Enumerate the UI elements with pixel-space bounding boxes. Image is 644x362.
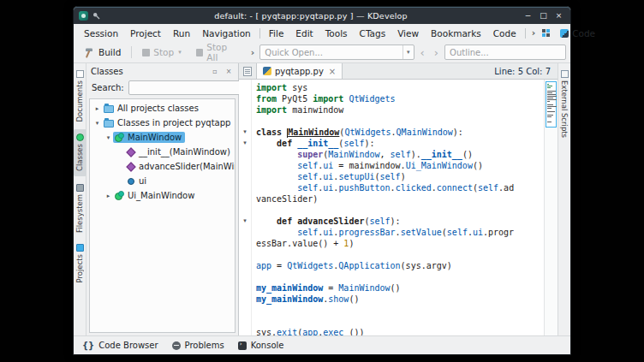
minimap-line [547, 84, 549, 85]
tab-close-icon[interactable]: × [327, 67, 336, 76]
menu-view[interactable]: View [391, 27, 425, 40]
code-line: self.ui.pushButton.clicked.connect(self.… [256, 182, 558, 193]
tree-item-all-projects-classes[interactable]: ▸All projects classes [90, 101, 235, 116]
menu-ctags[interactable]: CTags [354, 27, 392, 40]
editor: pyqtapp.py × Line: 5 Col: 7 ▾▾▾ import s… [239, 63, 558, 335]
editor-tab-pyqtapp[interactable]: pyqtapp.py × [256, 63, 343, 79]
folder-icon [104, 120, 114, 128]
tree-item-ui[interactable]: ui [90, 174, 235, 188]
outline-placeholder: Outline... [445, 48, 565, 57]
code-line: import sys [256, 82, 558, 93]
fold-marker-icon[interactable]: ▾ [239, 127, 251, 138]
code-line: import mainwindow [256, 104, 558, 116]
panel-detach-icon[interactable]: ▫ [210, 68, 220, 75]
konsole-icon [238, 341, 247, 350]
tree-item-advanceslider-mainwindow[interactable]: advanceSlider(MainWindow) [90, 159, 235, 174]
menu-project[interactable]: Project [124, 27, 167, 40]
stop-button[interactable]: Stop ▾ [136, 45, 187, 59]
dock-tab-projects[interactable]: Projects [74, 240, 86, 288]
build-button[interactable]: Build [78, 45, 127, 60]
menu-edit[interactable]: Edit [289, 27, 319, 40]
document-list-button[interactable] [239, 63, 256, 79]
dock-tab-filesystem[interactable]: Filesystem [74, 180, 86, 237]
code-area[interactable]: ▾▾▾ import sysfrom PyQt5 import QtWidget… [239, 80, 558, 335]
close-button[interactable]: × [552, 11, 565, 20]
toolbar-overflow-button[interactable]: › [248, 47, 258, 58]
expander-icon[interactable]: ▸ [92, 105, 102, 112]
minimap-line [547, 115, 553, 116]
editor-scrollbar[interactable] [544, 80, 558, 335]
minimap-line [547, 86, 552, 86]
menu-tools[interactable]: Tools [319, 27, 354, 40]
menubar: SessionProjectRunNavigationFileEditTools… [74, 24, 570, 42]
code-lines[interactable]: import sysfrom PyQt5 import QtWidgetsimp… [252, 80, 558, 335]
maximize-button[interactable]: □ [537, 11, 550, 20]
tree-item-mainwindow[interactable]: ▾MainWindow [90, 130, 235, 145]
class-icon [115, 133, 124, 142]
dock-tab-label: Filesystem [75, 194, 84, 233]
minimize-button[interactable]: − [522, 11, 534, 20]
forward-button[interactable]: › [431, 47, 442, 58]
fold-marker-icon[interactable]: ▾ [239, 216, 251, 227]
tree-item-init-mainwindow[interactable]: __init__(MainWindow) [90, 145, 235, 159]
statusbar-button-label: Problems [185, 341, 224, 350]
minimap-line [547, 98, 553, 98]
code-line: super(MainWindow, self).__init__() [256, 149, 558, 160]
expander-icon[interactable]: ▾ [104, 134, 113, 141]
tree-item-surface: Ui_MainWindow [113, 190, 198, 201]
kdevelop-app-icon [79, 11, 88, 21]
stop-all-icon [196, 49, 204, 56]
statusbar-code-browser-button[interactable]: {}Code Browser [82, 341, 158, 350]
expander-icon[interactable]: ▾ [92, 120, 102, 127]
quick-open-dropdown-icon[interactable]: ▾ [402, 45, 414, 59]
tree-item-ui-mainwindow[interactable]: ▸Ui_MainWindow [90, 188, 235, 203]
gutter-line [239, 316, 251, 327]
code-line: self.ui = mainwindow.Ui_MainWindow() [256, 160, 558, 171]
tree-item-surface: __init__(MainWindow) [124, 146, 234, 157]
code-line [256, 305, 558, 316]
menu-overflow-button[interactable]: › [528, 27, 540, 39]
build-label: Build [98, 47, 121, 57]
minimap-content [547, 84, 555, 122]
area-grid-icon[interactable] [539, 29, 553, 37]
documents-icon [76, 70, 84, 78]
expander-icon[interactable]: ▸ [104, 193, 113, 199]
code-line [256, 316, 558, 327]
menu-run[interactable]: Run [167, 27, 196, 40]
code-line: def __init__(self): [256, 138, 558, 149]
menu-file[interactable]: File [263, 27, 290, 40]
area-switcher-button[interactable]: Code [553, 27, 602, 40]
menu-bookmarks[interactable]: Bookmarks [425, 27, 487, 40]
editor-tabbar: pyqtapp.py × Line: 5 Col: 7 [239, 63, 558, 80]
code-line: my_mainWindow = MainWindow() [256, 282, 558, 294]
quick-open-combo[interactable]: Quick Open... ▾ [259, 45, 414, 60]
back-button[interactable]: ‹ [417, 47, 428, 58]
dock-tab-documents[interactable]: Documents [74, 66, 86, 126]
main-toolbar: Build Stop ▾ Stop All › Quick Open... ▾ … [74, 42, 570, 63]
menu-navigation[interactable]: Navigation [196, 27, 257, 40]
statusbar-problems-button[interactable]: Problems [172, 341, 224, 350]
gutter-line [239, 205, 251, 216]
dock-tab-external-scripts[interactable]: External Scripts [560, 66, 569, 142]
dock-tab-classes[interactable]: Classes [74, 129, 86, 175]
panel-close-icon[interactable]: × [224, 68, 234, 75]
menu-session[interactable]: Session [78, 27, 124, 40]
outline-field[interactable]: Outline... [444, 45, 566, 60]
minimap-line [547, 96, 557, 97]
minimap[interactable] [546, 81, 557, 128]
code-gutter: ▾▾▾ [239, 80, 252, 335]
stop-all-button[interactable]: Stop All [190, 40, 246, 64]
statusbar-konsole-button[interactable]: Konsole [238, 341, 284, 350]
fold-marker-icon[interactable]: ▾ [239, 138, 251, 149]
code-line: essBar.value() + 1) [256, 238, 558, 249]
dock-tab-label: Documents [75, 80, 84, 122]
gutter-line [239, 238, 251, 249]
gutter-line [239, 249, 251, 260]
pin-icon[interactable] [92, 12, 100, 20]
gutter-line [239, 171, 251, 182]
stop-dropdown-icon[interactable]: ▾ [178, 49, 182, 56]
classes-search-input[interactable] [128, 80, 244, 95]
menu-code[interactable]: Code [487, 27, 522, 40]
tree-item-classes-in-project-pyqtapp[interactable]: ▾Classes in project pyqtapp [90, 116, 235, 130]
class-icon [115, 191, 124, 200]
